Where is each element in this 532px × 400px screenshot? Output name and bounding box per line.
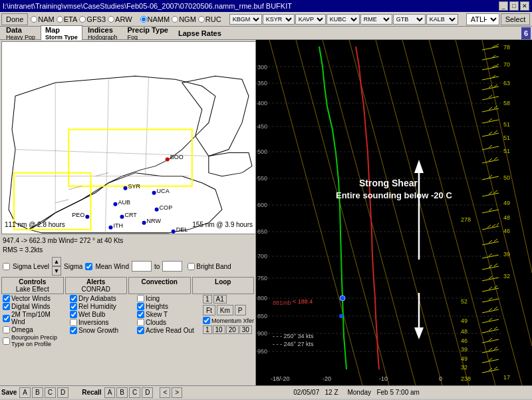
active-readout-cb[interactable] — [137, 327, 144, 334]
vector-winds-cb[interactable] — [3, 295, 10, 302]
rel-humidity-label[interactable]: Rel Humidity — [78, 303, 116, 310]
2m-tmp-cb[interactable] — [3, 315, 10, 322]
save-b-btn[interactable]: B — [32, 387, 43, 398]
sigma-down-btn[interactable]: ▼ — [52, 266, 61, 276]
recall-d-btn[interactable]: D — [142, 387, 153, 398]
tab-map[interactable]: Map Storm Type — [41, 25, 82, 41]
mean-wind-checkbox[interactable] — [85, 263, 92, 270]
close-btn[interactable]: ✕ — [520, 1, 529, 11]
wind-info-line1: 947.4 -> 662.3 mb Wind= 272 ° at 40 Kts — [3, 236, 253, 246]
station-boo-label: BOO — [170, 154, 184, 160]
station-dropdown-7[interactable]: KALBKPOU — [426, 14, 458, 25]
sigma-up-btn[interactable]: ▲ — [52, 257, 61, 266]
station-combo[interactable]: ATLH — [466, 13, 499, 25]
next-arrow-btn[interactable]: > — [172, 387, 182, 398]
prev-arrow-btn[interactable]: < — [160, 387, 170, 398]
sigma-to-input[interactable]: 31 — [162, 261, 182, 272]
clouds-cb[interactable] — [137, 319, 144, 326]
recall-c-btn[interactable]: C — [129, 387, 140, 398]
maximize-btn[interactable]: □ — [509, 1, 519, 11]
active-readout-label[interactable]: Active Read Out — [146, 327, 194, 334]
right-panel[interactable]: 300 350 400 450 500 550 600 650 700 750 … — [256, 40, 532, 385]
rel-humidity-cb[interactable] — [70, 303, 77, 310]
gfs3-radio-label[interactable]: GFS3 — [79, 15, 106, 23]
namm-radio[interactable] — [140, 16, 147, 23]
tab-precip[interactable]: Precip Type Fog — [122, 25, 173, 41]
sigma-from-input[interactable]: 3 — [132, 261, 152, 272]
momentum-label[interactable]: Momentum Xfer — [211, 317, 254, 324]
save-a-btn[interactable]: A — [19, 387, 31, 398]
ruc-radio[interactable] — [198, 16, 205, 23]
snow-growth-cb[interactable] — [70, 327, 77, 334]
station-dropdown-6[interactable]: GTBKROCKBUF — [393, 14, 426, 25]
station-dropdown-2[interactable]: KSYRKUCA — [263, 14, 295, 25]
heights-label[interactable]: Heights — [146, 303, 168, 310]
tab-lapse[interactable]: Lapse Rates — [174, 29, 226, 38]
map-area[interactable]: BOO SYR UCA AUB PEO CRT ITH NRW COP EL — [1, 41, 256, 234]
tab-data[interactable]: Data Heavy Pop — [1, 25, 40, 41]
skew-t-label[interactable]: Skew T — [146, 311, 168, 318]
sigma-level-label: Sigma Level — [13, 263, 49, 270]
select-button[interactable]: Select — [501, 13, 531, 25]
bourgouin-cb[interactable] — [3, 337, 10, 345]
info-bar: 947.4 -> 662.3 mb Wind= 272 ° at 40 Kts … — [0, 236, 255, 256]
ngm-radio[interactable] — [172, 16, 178, 23]
full-date-str: Feb 5 7:00 am — [376, 389, 419, 396]
gfs3-radio[interactable] — [79, 16, 86, 23]
wet-bulb-cb[interactable] — [70, 311, 77, 318]
station-syr-label: SYR — [128, 183, 140, 190]
ft-button[interactable]: Ft — [203, 305, 215, 315]
skew-t-cb[interactable] — [137, 311, 144, 318]
clouds-label[interactable]: Clouds — [146, 319, 166, 326]
omega-label[interactable]: Omega — [11, 326, 33, 333]
svg-text:278: 278 — [461, 216, 471, 223]
a1-label: A1 — [213, 295, 227, 303]
nam-radio[interactable] — [31, 16, 37, 23]
arw-radio[interactable] — [108, 16, 114, 23]
ruc-radio-label[interactable]: RUC — [198, 15, 221, 23]
station-dropdown-4[interactable]: KUBCWHIKMMU — [327, 14, 360, 25]
ngm-radio-label[interactable]: NGM — [172, 15, 196, 23]
snow-growth-label[interactable]: Snow Growth — [78, 327, 118, 334]
station-dropdown-3[interactable]: KAVPKIPT — [295, 14, 326, 25]
inversions-label[interactable]: Inversions — [78, 319, 109, 326]
dry-adiabats-label[interactable]: Dry Adiabats — [78, 295, 116, 302]
momentum-cb[interactable] — [203, 317, 210, 324]
minimize-btn[interactable]: _ — [499, 1, 508, 11]
digital-winds-label[interactable]: Digital Winds — [11, 303, 50, 310]
sigma-level-checkbox[interactable] — [3, 263, 10, 270]
digital-winds-cb[interactable] — [3, 303, 10, 310]
arw-radio-label[interactable]: ARW — [108, 15, 132, 23]
check-clouds: Clouds — [136, 319, 201, 326]
icing-label[interactable]: Icing — [146, 295, 160, 302]
2m-tmp-label[interactable]: 2M Tmp/10M Wnd — [11, 311, 66, 325]
eta-radio-label[interactable]: ETA — [57, 15, 78, 23]
station-dropdown-1[interactable]: KBGMKELMKITH — [229, 14, 262, 25]
heights-cb[interactable] — [137, 303, 144, 310]
svg-text:Entire sounding below -20 C: Entire sounding below -20 C — [336, 190, 452, 200]
namm-radio-label[interactable]: NAMM — [140, 15, 170, 23]
eta-radio[interactable] — [57, 16, 63, 23]
vector-winds-label[interactable]: Vector Winds — [11, 295, 51, 302]
bright-band-checkbox[interactable] — [188, 263, 195, 270]
recall-a-btn[interactable]: A — [104, 387, 116, 398]
done-button[interactable]: Done — [1, 13, 28, 25]
omega-cb[interactable] — [3, 326, 10, 333]
checkbox-col1: Vector Winds Digital Winds 2M Tmp/10M Wn… — [1, 295, 67, 347]
recall-b-btn[interactable]: B — [116, 387, 128, 398]
inversions-cb[interactable] — [70, 319, 77, 326]
icing-cb[interactable] — [137, 295, 144, 302]
save-d-btn[interactable]: D — [57, 387, 68, 398]
svg-text:850: 850 — [257, 313, 267, 319]
km-button[interactable]: Km — [217, 305, 233, 315]
dry-adiabats-cb[interactable] — [70, 295, 77, 302]
wet-bulb-label[interactable]: Wet Bulb — [78, 311, 105, 318]
bright-band-label[interactable]: Bright Band — [188, 263, 231, 270]
tab-indices[interactable]: Indices Hodograph — [83, 25, 122, 41]
svg-text:700: 700 — [257, 253, 267, 260]
bourgouin-label[interactable]: Bourgouin Precip Type on Profile — [11, 334, 66, 347]
nam-radio-label[interactable]: NAM — [31, 15, 54, 23]
p-button[interactable]: P — [235, 305, 246, 315]
station-dropdown-5[interactable]: RMEKSWF — [360, 14, 392, 25]
save-c-btn[interactable]: C — [45, 387, 56, 398]
